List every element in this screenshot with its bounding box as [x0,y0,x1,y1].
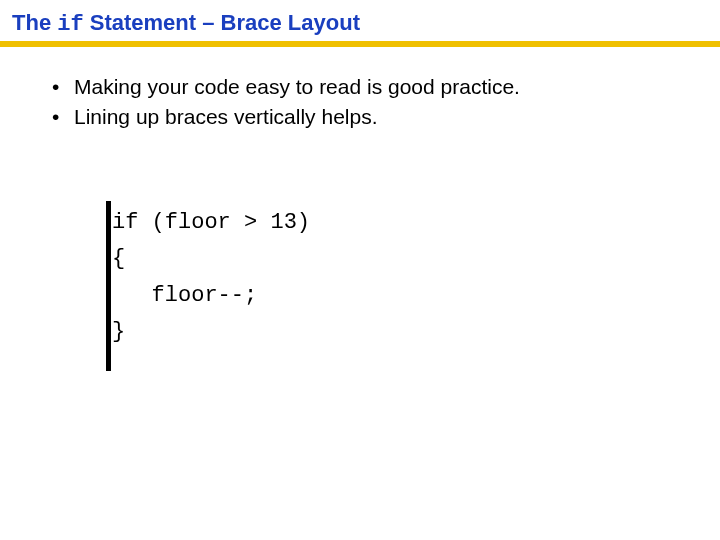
bullet-text: Making your code easy to read is good pr… [74,73,520,101]
title-underline [0,41,720,47]
bullet-text: Lining up braces vertically helps. [74,103,378,131]
code-line: floor--; [112,283,257,308]
code-left-bar [106,201,111,371]
code-text: if (floor > 13) { floor--; } [106,205,310,350]
slide-title: The if Statement – Brace Layout [0,0,720,41]
code-line: if (floor > 13) [112,210,310,235]
code-line: { [112,246,125,271]
title-keyword: if [57,12,83,37]
list-item: • Making your code easy to read is good … [52,73,720,101]
code-block: if (floor > 13) { floor--; } [106,205,310,350]
title-suffix: Statement – Brace Layout [84,10,360,35]
title-prefix: The [12,10,57,35]
code-line: } [112,319,125,344]
list-item: • Lining up braces vertically helps. [52,103,720,131]
slide: The if Statement – Brace Layout • Making… [0,0,720,540]
bullet-dot-icon: • [52,73,74,101]
bullet-dot-icon: • [52,103,74,131]
bullet-list: • Making your code easy to read is good … [52,73,720,132]
